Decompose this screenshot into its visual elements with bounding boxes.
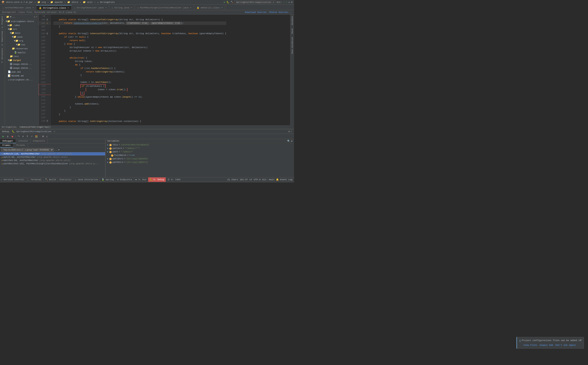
tab-stringtokenizer[interactable]: ☕ StringTokenizer.java ✕ [72, 5, 109, 10]
debug-pause-btn[interactable]: ⏸ [6, 135, 10, 138]
database-tab[interactable]: Database [291, 14, 294, 27]
tab-string-close[interactable]: ✕ [131, 6, 132, 9]
tab-console[interactable]: Console [16, 139, 30, 143]
subtab-frames[interactable]: Frames [0, 143, 13, 147]
debug-settings-icon[interactable]: ⚙ [288, 130, 290, 133]
tree-org[interactable]: ▼📁 org [5, 39, 38, 43]
var-pattern-expand[interactable]: ▶ [107, 147, 108, 150]
tree-idea[interactable]: ▶📁 .idea [5, 23, 38, 27]
status-lf[interactable]: LF [249, 178, 252, 181]
tree-resources[interactable]: 📁 resources [5, 47, 38, 50]
var-settings-icon[interactable]: ⚙ [291, 140, 292, 142]
var-pattdirs[interactable]: ▶ ⬤ pattDirs = {String[2]@5869} [105, 157, 294, 161]
thread-filter-btn[interactable]: ▾ [58, 148, 60, 151]
var-path-expand[interactable]: ▶ [107, 151, 108, 153]
settings-icon[interactable]: ⚙ [291, 1, 292, 3]
var-this-expand[interactable]: ▶ [107, 144, 108, 146]
var-path[interactable]: ▶ ⬤ path = "/admin/" [105, 150, 294, 154]
debug-split-btn[interactable]: ⫿ [46, 135, 49, 138]
tree-src[interactable]: ▼📁 src [5, 27, 38, 31]
debug-stop-btn[interactable]: ⏹ [10, 135, 14, 138]
spring-icon[interactable]: 🍃 Spring [100, 178, 115, 181]
statistic-icon[interactable]: Statistic [57, 178, 73, 181]
tree-pomxml[interactable]: 📄 pom.xml [5, 70, 38, 74]
var-pattern[interactable]: ▶ ⬤ pattern = "/admin/**" [105, 147, 294, 150]
todo-icon[interactable]: ☰ 6: TODO [166, 178, 182, 181]
debug-grid-btn[interactable]: ⊞ [41, 135, 45, 138]
debug-evaluate-btn[interactable]: 🧮 [34, 135, 39, 138]
debug-resume-btn[interactable]: ▶ [2, 135, 5, 138]
frame-2[interactable]: ● matches:86, AntPathMatcher (org.apache… [0, 159, 105, 162]
build-icon[interactable]: 🔨 Build [43, 178, 58, 181]
debug-step-over-btn[interactable]: ↷ [17, 135, 21, 138]
tree-tes[interactable]: ▼📁 tes [5, 43, 38, 47]
build-icon[interactable]: 🔨 [231, 1, 233, 3]
tree-test[interactable]: 📁 test [5, 54, 38, 58]
tab-antpathmatcher[interactable]: ☕ AntPathMatcher.java ✕ [0, 5, 36, 10]
debug-step-out-btn[interactable]: ↟ [26, 135, 29, 138]
status-encoding[interactable]: UTF-8 [254, 178, 261, 181]
frame-0[interactable]: ● doMatch:116, AntPathMatcher (org.apach… [0, 152, 105, 155]
code-line-104: public static String[] tokenizeToStringA… [53, 32, 226, 35]
tree-target[interactable]: ▼📁 target [5, 58, 38, 62]
debug-run-cursor-btn[interactable]: ↗ [30, 135, 33, 138]
tree-image2[interactable]: 🖼 image-20210... [5, 66, 38, 70]
terminal-icon[interactable]: ⬛ Terminal [25, 178, 43, 181]
debug-close[interactable]: ✕ [54, 130, 55, 133]
tab-stringutils-close[interactable]: ✕ [68, 7, 69, 9]
vtab-project[interactable]: 1: Project [1, 14, 4, 29]
tab-antpathmatcher-close[interactable]: ✕ [33, 6, 34, 9]
project-tree-settings[interactable]: ≡ [36, 16, 37, 18]
tab-stringutils[interactable]: 🔒 StringUtils.class ✕ [36, 5, 72, 10]
tree-srpringboot-shiro[interactable]: ▼📁 srpringboot-shiro [5, 20, 38, 23]
tab-webutils[interactable]: 🔒 WebUtils.class ✕ [194, 5, 225, 10]
tab-webutils-close[interactable]: ✕ [221, 6, 223, 9]
vtab-favorites[interactable]: 2: Favorites [1, 29, 4, 47]
tab-stringtokenizer-close[interactable]: ✕ [105, 6, 107, 9]
thread-up-btn[interactable]: ↑ [54, 149, 56, 151]
maven-tab[interactable]: Maven [291, 27, 294, 35]
var-pathdirs-expand[interactable]: ▶ [107, 161, 108, 163]
tab-debugger[interactable]: Debugger [0, 139, 16, 143]
tree-readme[interactable]: 📝 README.md [5, 74, 38, 78]
frame-3[interactable]: ● pathMatches:152, PathMatchingFilterCha… [0, 162, 105, 165]
var-pathdirs[interactable]: ▶ ⬤ pathDirs = {String[1]@5872} [105, 161, 294, 164]
var-search-icon[interactable]: 🔍 [287, 140, 290, 142]
debug-minimize-icon[interactable]: — [291, 130, 292, 133]
event-log-icon[interactable]: 🔔 Event Log [276, 178, 292, 181]
var-pattdirs-expand[interactable]: ▶ [107, 158, 108, 160]
version-control-icon[interactable]: ✓ Version Control [0, 178, 25, 181]
var-this[interactable]: ▶ ⬤ this = {AntPathMatcher@5852} [105, 143, 294, 147]
run-icon[interactable]: ▶ [224, 1, 225, 3]
tab-endpoints[interactable]: Endpoints [30, 139, 48, 143]
endpoints-icon[interactable]: ⊙ Endpoints [115, 178, 134, 181]
choose-sources-link[interactable]: Choose Sources... [269, 11, 292, 14]
status-git-branch[interactable]: Git: main [262, 178, 274, 181]
project-tree-gear[interactable]: ⚙ [34, 16, 35, 18]
git-check1[interactable]: ✓ [283, 1, 285, 3]
java-enterprise-icon[interactable]: ☕ Java Enterprise [73, 178, 100, 181]
var-fullmatch[interactable]: ⬤ fullMatch = true [105, 154, 294, 157]
debug-icon[interactable]: 🐛 [226, 1, 229, 3]
tree-image1[interactable]: 🖼 image-20210... [5, 62, 38, 66]
tab-pathmatchingfilter[interactable]: ☕ PathMatchingFilterChainResolver.java ✕ [135, 5, 194, 10]
tree-applic[interactable]: 🍃 applic [5, 50, 38, 54]
tree-java[interactable]: ▼📁 java [5, 35, 38, 39]
app-dropdown[interactable]: SpringbootShiroApplication ▾ [235, 0, 275, 4]
git-check2[interactable]: ✓ [286, 1, 287, 3]
git-refresh[interactable]: ↺ [288, 1, 290, 3]
tab-string[interactable]: ☕ String.java ✕ [109, 5, 135, 10]
debug-step-into-btn[interactable]: ↡ [21, 135, 25, 138]
thread-down-btn[interactable]: ↓ [56, 149, 58, 151]
run-icon[interactable]: ▶ 4: Run [134, 178, 148, 181]
tree-main[interactable]: ▼📁 main [5, 31, 38, 35]
vtab-structure[interactable]: 7: Structure [1, 47, 4, 64]
tree-srpring-jar[interactable]: ☕ srpringboot-sh... [5, 78, 38, 82]
frame-1[interactable]: ● match:90, AntPathMatcher (org.apache.s… [0, 155, 105, 159]
download-sources-link[interactable]: Download Sources [245, 11, 266, 14]
bean-validation-tab[interactable]: Bean Validation [291, 35, 294, 55]
debug-status-tab[interactable]: 🐛 5: Debug [148, 177, 166, 182]
thread-select-dropdown[interactable]: "http-nio-8080-exec-1"...n group "main":… [1, 148, 54, 152]
tab-pathmatchingfilter-close[interactable]: ✕ [190, 6, 191, 9]
subtab-threads[interactable]: Threads [13, 143, 28, 147]
